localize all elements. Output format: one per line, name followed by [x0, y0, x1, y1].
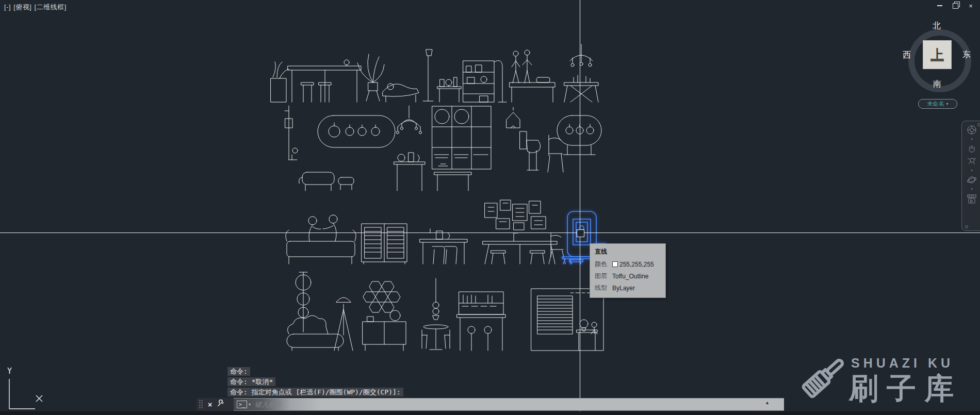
named-view-button[interactable]: 未命名 ▾	[918, 99, 957, 109]
tooltip-color-value: 255,255,255	[619, 261, 654, 268]
crosshair-vertical-line	[580, 0, 580, 415]
crosshair-pickbox	[577, 229, 584, 237]
minimize-icon[interactable]	[936, 2, 944, 9]
tooltip-color-label: 颜色	[595, 260, 612, 269]
block-capsule-cabinet[interactable]	[557, 115, 601, 155]
block-toilet[interactable]	[520, 131, 541, 170]
chevron-down-icon[interactable]: ▾	[249, 402, 251, 407]
crosshair-horizontal-line	[0, 233, 980, 233]
viewport-visual-style-control[interactable]: [二维线框]	[35, 3, 67, 11]
viewport-collapse-control[interactable]: [-]	[4, 3, 11, 11]
viewcube-north[interactable]: 北	[933, 21, 941, 31]
rollover-tooltip: 直线 颜色 255,255,255 图层 Toffu_Outline 线型 By…	[590, 243, 666, 298]
zoom-extents-icon[interactable]	[966, 156, 977, 167]
block-wall-shelf-boxes[interactable]	[485, 200, 546, 230]
command-history-line: 命令:	[227, 367, 250, 376]
block-reception-desk[interactable]	[271, 60, 361, 102]
named-view-label: 未命名	[927, 100, 944, 108]
block-house-lamp[interactable]	[507, 107, 520, 128]
autocad-drawing-window: [-] [俯视] [二维线框] ×	[0, 0, 980, 415]
block-floor-lamp[interactable]	[423, 49, 433, 101]
tooltip-linetype-label: 线型	[595, 284, 612, 292]
command-input[interactable]	[254, 400, 784, 409]
block-sofa-with-figures[interactable]	[286, 215, 356, 264]
brush-icon	[794, 354, 854, 415]
block-bar-shelf-unit[interactable]	[457, 292, 505, 351]
block-blinds-cabinet[interactable]	[531, 289, 603, 351]
block-desk-with-chairs[interactable]	[420, 229, 467, 264]
navigation-wheel-icon[interactable]	[966, 124, 977, 136]
block-chandelier-console[interactable]	[394, 106, 425, 191]
restore-icon[interactable]	[951, 2, 959, 9]
block-wardrobe[interactable]	[362, 224, 407, 264]
orbit-icon[interactable]	[966, 174, 977, 186]
chevron-down-icon[interactable]: ▾	[966, 187, 977, 191]
viewport-controls: [-] [俯视] [二维线框]	[4, 3, 67, 12]
block-plant-chaise-lounge[interactable]	[357, 54, 419, 102]
block-pendant-dining-set[interactable]	[422, 278, 450, 350]
block-side-chair-2[interactable]	[549, 233, 565, 264]
viewcube-west[interactable]: 西	[903, 50, 911, 61]
color-swatch	[612, 261, 618, 267]
command-prompt-icon[interactable]: >_	[237, 401, 247, 408]
chevron-down-icon[interactable]: ▾	[966, 169, 977, 173]
viewcube-south[interactable]: 南	[933, 79, 941, 90]
ucs-y-label: Y	[7, 367, 12, 376]
viewcube-top-label: 上	[930, 46, 944, 64]
block-vase-table[interactable]	[437, 77, 461, 102]
block-hexagon-shelf-cabinet[interactable]	[363, 281, 406, 351]
command-history: 命令: 命令: *取消* 命令: 指定对角点或 [栏选(F)/圈围(WP)/圈交…	[227, 367, 403, 398]
scroll-up-icon[interactable]: ▲	[765, 401, 770, 405]
command-history-line: 命令: 指定对角点或 [栏选(F)/圈围(WP)/圈交(CP)]:	[227, 388, 403, 396]
close-icon[interactable]: ×	[967, 2, 975, 9]
block-display-shelf[interactable]	[463, 61, 507, 102]
viewcube-top-face[interactable]: 上	[923, 40, 952, 69]
block-dining-table-set[interactable]	[483, 233, 557, 264]
block-bubble-lamp-sofa[interactable]	[287, 272, 344, 351]
watermark-brand-en: SHUAZI KU	[851, 356, 954, 371]
chevron-down-icon[interactable]: ▾	[966, 137, 977, 141]
block-figures-at-counter[interactable]	[510, 50, 555, 102]
window-controls: ×	[936, 2, 975, 9]
close-icon[interactable]: ×	[208, 401, 212, 408]
drawing-canvas[interactable]	[0, 0, 980, 415]
watermark-brand-cn: 刷子库	[849, 369, 962, 409]
block-grid-shelving[interactable]	[432, 106, 491, 191]
show-motion-icon[interactable]	[966, 193, 977, 204]
viewcube-east[interactable]: 东	[962, 49, 971, 60]
navigation-bar: ▾ ▾ ▾	[961, 121, 980, 231]
command-history-line: 命令: *取消*	[227, 377, 275, 386]
block-capsule-shelf-sofa[interactable]	[285, 106, 395, 191]
drag-grip-handle[interactable]	[199, 400, 203, 409]
viewport-view-control[interactable]: [俯视]	[13, 3, 31, 11]
tooltip-layer-label: 图层	[595, 272, 612, 280]
wrench-icon[interactable]	[217, 400, 224, 409]
command-input-area[interactable]: >_ ▾ ▲	[234, 398, 784, 411]
block-chandelier-table[interactable]	[564, 44, 598, 102]
chevron-down-icon: ▾	[946, 102, 948, 106]
pan-hand-icon[interactable]	[966, 143, 977, 154]
bottom-edge-strip	[0, 411, 980, 415]
ucs-icon[interactable]: Y	[0, 358, 62, 415]
tooltip-linetype-value: ByLayer	[612, 285, 635, 292]
tooltip-layer-value: Toffu_Outline	[612, 273, 649, 280]
tooltip-object-type: 直线	[595, 247, 661, 256]
command-bar: × >_ ▾ ▲	[197, 398, 784, 411]
